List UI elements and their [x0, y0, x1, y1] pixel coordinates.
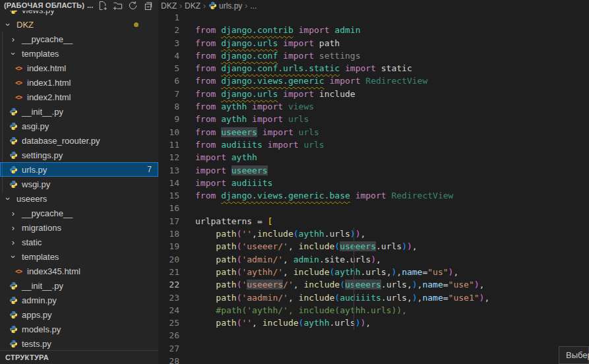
- line-number[interactable]: 10: [158, 126, 195, 138]
- code-line-6[interactable]: 6from django.views.generic import Redire…: [158, 75, 540, 87]
- line-number[interactable]: 4: [158, 49, 195, 62]
- line-number[interactable]: 21: [158, 266, 195, 278]
- line-number[interactable]: 26: [158, 329, 195, 342]
- line-number[interactable]: 1: [158, 11, 195, 24]
- tree-item-admin-py[interactable]: admin.py: [0, 293, 158, 307]
- tree-item-templates[interactable]: ›templates: [0, 249, 158, 264]
- line-number[interactable]: 6: [158, 75, 195, 87]
- line-number[interactable]: 24: [158, 304, 195, 317]
- tree-item-index2-html[interactable]: <>index2.html: [0, 90, 158, 104]
- code-line-20[interactable]: 20 path('admin/', admin.site.urls),: [158, 253, 540, 266]
- chevron-right-icon[interactable]: ›: [8, 222, 18, 233]
- more-actions-icon[interactable]: ...: [87, 1, 93, 9]
- code-line-18[interactable]: 18 path('',include(aythh.urls)),: [158, 228, 540, 240]
- code-line-17[interactable]: 17urlpatterns = [: [158, 215, 540, 228]
- breadcrumb-item--[interactable]: ...: [250, 1, 257, 11]
- tree-item--init-py[interactable]: __init__.py: [0, 278, 158, 293]
- line-number[interactable]: 27: [158, 342, 195, 355]
- line-number[interactable]: 14: [158, 177, 195, 189]
- code-line-7[interactable]: 7from django.urls import include: [158, 88, 540, 100]
- code-line-12[interactable]: 12import aythh: [158, 151, 540, 164]
- tree-item-database-roouter-py[interactable]: database_roouter.py: [0, 133, 158, 148]
- new-folder-icon[interactable]: [112, 0, 123, 11]
- code-line-23[interactable]: 23 path('aadmin/', include(audiiits.urls…: [158, 291, 540, 304]
- code-line-19[interactable]: 19 path('useeer/', include(useeers.urls)…: [158, 240, 540, 253]
- tree-item-static[interactable]: ›static: [0, 235, 158, 249]
- line-number[interactable]: 7: [158, 88, 195, 100]
- line-number[interactable]: 17: [158, 215, 195, 228]
- code-line-15[interactable]: 15from django.views.generic.base import …: [158, 189, 540, 202]
- line-number[interactable]: 13: [158, 164, 195, 177]
- line-number[interactable]: 19: [158, 240, 195, 253]
- code-line-13[interactable]: 13import useeers: [158, 164, 540, 177]
- line-number[interactable]: 12: [158, 151, 195, 164]
- tree-item-dkz[interactable]: ›DKZ: [0, 17, 158, 32]
- line-number[interactable]: 23: [158, 291, 195, 304]
- code-line-2[interactable]: 2from django.contrib import admin: [158, 24, 540, 36]
- code-line-1[interactable]: 1: [158, 11, 540, 24]
- code-line-14[interactable]: 14import audiiits: [158, 177, 540, 189]
- tree-item-index1-html[interactable]: <>index1.html: [0, 75, 158, 90]
- tree-item-label: __init__.py: [22, 281, 63, 291]
- tree-item-apps-py[interactable]: apps.py: [0, 307, 158, 322]
- line-number[interactable]: 2: [158, 24, 195, 36]
- line-number[interactable]: 5: [158, 62, 195, 75]
- breadcrumb-item-urls-py[interactable]: urls.py: [208, 1, 242, 11]
- code-line-10[interactable]: 10from useeers import urls: [158, 126, 540, 138]
- chevron-down-icon[interactable]: ›: [8, 48, 18, 59]
- tree-item-templates[interactable]: ›templates: [0, 46, 158, 61]
- line-number[interactable]: 11: [158, 138, 195, 151]
- tree-item-models-py[interactable]: models.py: [0, 322, 158, 336]
- line-number[interactable]: 18: [158, 228, 195, 240]
- tree-item-urls-py[interactable]: urls.py7: [0, 162, 158, 177]
- tree-item-wsgi-py[interactable]: wsgi.py: [0, 177, 158, 191]
- outline-section-header[interactable]: СТРУКТУРА: [0, 350, 158, 364]
- code-line-25[interactable]: 25 path('', include(aythh.urls)),: [158, 317, 540, 329]
- chevron-right-icon[interactable]: ›: [8, 237, 18, 247]
- tree-item-tests-py[interactable]: tests.py: [0, 336, 158, 351]
- tree-item--pycache-[interactable]: ›__pycache__: [0, 206, 158, 220]
- tree-item-asgi-py[interactable]: asgi.py: [0, 119, 158, 133]
- tree-item--pycache-[interactable]: ›__pycache__: [0, 32, 158, 46]
- code-line-16[interactable]: 16: [158, 202, 540, 214]
- code-line-4[interactable]: 4from django.conf import settings: [158, 49, 540, 62]
- chevron-down-icon[interactable]: ›: [8, 251, 18, 262]
- code-line-26[interactable]: 26: [158, 329, 540, 342]
- code-line-8[interactable]: 8from aythh import views: [158, 100, 540, 113]
- chevron-down-icon[interactable]: ›: [3, 19, 13, 30]
- line-number[interactable]: 22: [158, 278, 195, 291]
- tree-item--init-py[interactable]: __init__.py: [0, 104, 158, 119]
- chevron-right-icon[interactable]: ›: [8, 208, 18, 218]
- code-line-24[interactable]: 24 #path('aythh/', include(aythh.urls)),: [158, 304, 540, 317]
- line-number[interactable]: 3: [158, 37, 195, 49]
- code-line-3[interactable]: 3from django.urls import path: [158, 37, 540, 49]
- tree-item-useeers[interactable]: ›useeers: [0, 191, 158, 206]
- code-line-21[interactable]: 21 path('aythh/', include(aythh.urls,),n…: [158, 266, 540, 278]
- line-number[interactable]: 20: [158, 253, 195, 266]
- code-line-9[interactable]: 9from aythh import urls: [158, 113, 540, 125]
- line-number[interactable]: 16: [158, 202, 195, 214]
- explorer-section-header[interactable]: (РАБОЧАЯ ОБЛАСТЬ) ...: [0, 0, 158, 11]
- line-number[interactable]: 9: [158, 113, 195, 125]
- line-number[interactable]: 8: [158, 100, 195, 113]
- tree-item-index345-html[interactable]: <>index345.html: [0, 264, 158, 278]
- chevron-down-icon[interactable]: ›: [3, 193, 13, 204]
- code-line-28[interactable]: 28: [158, 355, 540, 364]
- chevron-right-icon[interactable]: ›: [8, 34, 18, 44]
- breadcrumb-item-dkz[interactable]: DKZ: [161, 1, 177, 11]
- code-line-5[interactable]: 5from django.conf.urls.static import sta…: [158, 62, 540, 75]
- tree-item-settings-py[interactable]: settings.py: [0, 148, 158, 162]
- tree-item-index-html[interactable]: <>index.html: [0, 61, 158, 75]
- code-line-22[interactable]: 22 path('useeers/', include(useeers.urls…: [158, 278, 540, 291]
- line-number[interactable]: 15: [158, 189, 195, 202]
- tree-item-migrations[interactable]: ›migrations: [0, 220, 158, 235]
- code-line-11[interactable]: 11from audiiits import urls: [158, 138, 540, 151]
- refresh-icon[interactable]: [127, 0, 138, 11]
- code-area[interactable]: 12from django.contrib import admin3from …: [158, 11, 540, 364]
- line-number[interactable]: 25: [158, 317, 195, 329]
- line-number[interactable]: 28: [158, 355, 195, 364]
- code-line-27[interactable]: 27: [158, 342, 540, 355]
- new-file-icon[interactable]: [97, 0, 108, 11]
- collapse-all-icon[interactable]: [142, 0, 153, 11]
- breadcrumb-item-dkz[interactable]: DKZ: [185, 1, 201, 11]
